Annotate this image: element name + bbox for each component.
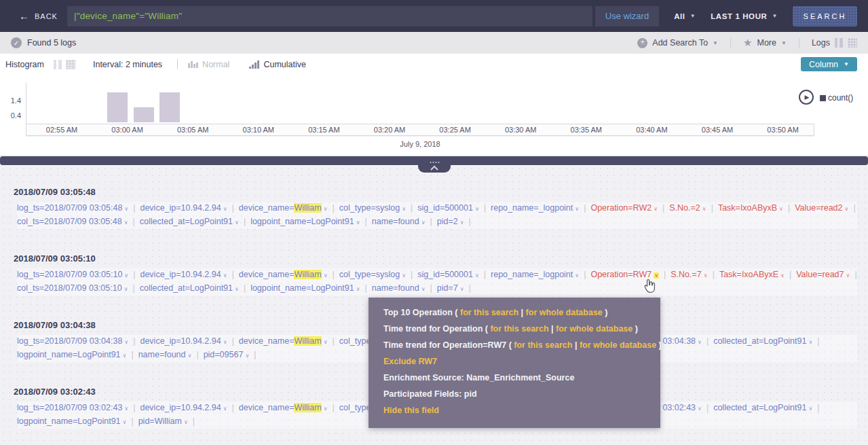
field-dropdown-chevron[interactable]: ∨ — [223, 406, 227, 412]
field-dropdown-chevron[interactable]: ∨ — [575, 206, 579, 212]
log-field[interactable]: pid=2∨ — [437, 217, 464, 226]
field-dropdown-chevron[interactable]: ∨ — [475, 206, 479, 212]
add-search-to-button[interactable]: + Add Search To ▼ — [637, 38, 718, 48]
use-wizard-link[interactable]: Use wizard — [595, 6, 659, 26]
grid-view-icon[interactable] — [848, 38, 857, 48]
log-field[interactable]: collected_at=LogPoint91∨ — [713, 336, 812, 346]
back-button[interactable]: ← BACK — [0, 11, 67, 21]
field-dropdown-chevron[interactable]: ∨ — [324, 272, 328, 279]
log-field[interactable]: logpoint_name=LogPoint91∨ — [17, 416, 126, 426]
log-field[interactable]: repo_name=_logpoint∨ — [491, 270, 579, 279]
log-field[interactable]: collected_at=LogPoint91∨ — [140, 217, 239, 226]
log-field[interactable]: logpoint_name=LogPoint91∨ — [250, 283, 360, 293]
field-dropdown-chevron[interactable]: ∨ — [845, 206, 849, 212]
log-field[interactable]: device_ip=10.94.2.94∨ — [140, 336, 227, 346]
context-menu-item[interactable]: Enrichment Source: Name_Enrichment_Sourc… — [383, 370, 660, 386]
field-dropdown-chevron[interactable]: ∨ — [808, 339, 812, 345]
log-field[interactable]: name=found∨ — [372, 217, 426, 226]
field-dropdown-chevron[interactable]: ∨ — [324, 406, 328, 412]
log-field[interactable]: Operation=RW7∨ — [590, 270, 659, 279]
log-field[interactable]: S.No.=2∨ — [669, 203, 706, 213]
log-field[interactable]: device_ip=10.94.2.94∨ — [140, 203, 227, 213]
field-dropdown-chevron[interactable]: ∨ — [654, 272, 659, 279]
field-dropdown-chevron[interactable]: ∨ — [223, 339, 227, 345]
log-field[interactable]: pid=7∨ — [437, 283, 464, 293]
play-button[interactable]: ▶ — [799, 90, 814, 105]
log-field[interactable]: Task=IxoAByxE∨ — [719, 270, 785, 279]
log-field[interactable]: sig_id=500001∨ — [417, 270, 479, 279]
log-field[interactable]: device_name=William∨ — [239, 270, 328, 279]
field-dropdown-chevron[interactable]: ∨ — [475, 272, 479, 279]
field-dropdown-chevron[interactable]: ∨ — [460, 286, 464, 292]
field-dropdown-chevron[interactable]: ∨ — [124, 286, 128, 292]
log-field[interactable]: device_ip=10.94.2.94∨ — [140, 270, 227, 279]
chart-type-grid-icon[interactable] — [66, 60, 75, 69]
log-field[interactable]: Value=read2∨ — [795, 203, 848, 213]
context-menu-item[interactable]: Top 10 Operation ( for this search | for… — [383, 304, 660, 321]
field-dropdown-chevron[interactable]: ∨ — [324, 206, 328, 212]
field-dropdown-chevron[interactable]: ∨ — [779, 206, 783, 212]
field-dropdown-chevron[interactable]: ∨ — [124, 406, 128, 412]
log-field[interactable]: device_name=William∨ — [239, 203, 328, 213]
log-field[interactable]: repo_name=_logpoint∨ — [491, 203, 579, 213]
log-field[interactable]: device_name=William∨ — [239, 336, 328, 346]
field-dropdown-chevron[interactable]: ∨ — [402, 206, 406, 212]
field-dropdown-chevron[interactable]: ∨ — [704, 272, 708, 279]
field-dropdown-chevron[interactable]: ∨ — [124, 206, 128, 212]
log-field[interactable]: col_ts=2018/07/09 03:05:48∨ — [17, 217, 128, 226]
field-dropdown-chevron[interactable]: ∨ — [235, 219, 239, 226]
field-dropdown-chevron[interactable]: ∨ — [421, 286, 426, 292]
field-dropdown-chevron[interactable]: ∨ — [846, 272, 850, 279]
log-field[interactable]: collected_at=LogPoint91∨ — [140, 283, 239, 293]
time-range-dropdown[interactable]: LAST 1 HOUR ▼ — [711, 12, 778, 20]
histogram-bar[interactable] — [107, 92, 128, 122]
context-menu-item[interactable]: Hide this field — [383, 402, 660, 419]
log-field[interactable]: Value=read7∨ — [796, 270, 850, 279]
field-dropdown-chevron[interactable]: ∨ — [235, 286, 239, 292]
log-field[interactable]: sig_id=500001∨ — [417, 203, 479, 213]
log-field[interactable]: log_ts=2018/07/09 03:05:10∨ — [17, 270, 128, 279]
log-field[interactable]: log_ts=2018/07/09 03:02:43∨ — [17, 403, 128, 412]
field-dropdown-chevron[interactable]: ∨ — [124, 339, 128, 345]
field-dropdown-chevron[interactable]: ∨ — [460, 219, 464, 226]
log-field[interactable]: pid=William∨ — [138, 416, 188, 426]
field-dropdown-chevron[interactable]: ∨ — [184, 419, 188, 425]
context-menu-link[interactable]: for this search — [514, 340, 572, 350]
field-dropdown-chevron[interactable]: ∨ — [575, 272, 579, 279]
histogram-bar[interactable] — [134, 107, 154, 122]
cumulative-toggle[interactable]: Cumulative — [248, 60, 306, 69]
log-field[interactable]: device_ip=10.94.2.94∨ — [140, 403, 227, 412]
log-field[interactable]: col_type=syslog∨ — [339, 203, 406, 213]
field-dropdown-chevron[interactable]: ∨ — [421, 219, 426, 226]
search-button[interactable]: SEARCH — [793, 6, 857, 26]
log-field[interactable]: Operation=RW2∨ — [590, 203, 658, 213]
log-field[interactable]: col_type=syslog∨ — [339, 270, 406, 279]
field-dropdown-chevron[interactable]: ∨ — [402, 272, 406, 279]
column-dropdown-button[interactable]: Column ▼ — [801, 57, 857, 71]
context-menu-link[interactable]: for whole database — [526, 308, 603, 317]
log-field[interactable]: S.No.=7∨ — [671, 270, 707, 279]
more-button[interactable]: ★ More ▼ — [743, 37, 787, 49]
collapse-histogram-button[interactable] — [418, 159, 451, 173]
context-menu-item[interactable]: Time trend for Operation ( for this sear… — [383, 321, 660, 337]
context-menu-link[interactable]: Exclude RW7 — [383, 357, 437, 366]
field-dropdown-chevron[interactable]: ∨ — [780, 272, 785, 279]
normal-toggle[interactable]: Normal — [187, 60, 229, 69]
field-dropdown-chevron[interactable]: ∨ — [654, 206, 658, 212]
field-dropdown-chevron[interactable]: ∨ — [123, 353, 127, 359]
field-dropdown-chevron[interactable]: ∨ — [356, 219, 360, 226]
log-field[interactable]: pid=09567∨ — [204, 350, 250, 359]
context-menu-link[interactable]: Hide this field — [383, 406, 439, 415]
field-dropdown-chevron[interactable]: ∨ — [124, 272, 128, 279]
search-query-input[interactable]: |"device_name"="William" — [67, 6, 592, 26]
column-view-icon[interactable] — [835, 38, 843, 48]
log-field[interactable]: Task=IxoAByxB∨ — [718, 203, 783, 213]
log-field[interactable]: logpoint_name=LogPoint91∨ — [250, 217, 360, 226]
log-field[interactable]: logpoint_name=LogPoint91∨ — [17, 350, 126, 359]
field-dropdown-chevron[interactable]: ∨ — [123, 419, 127, 425]
log-field[interactable]: device_name=William∨ — [239, 403, 328, 412]
context-menu-link[interactable]: for this search — [460, 308, 518, 317]
context-menu-item[interactable]: Time trend for Operation=RW7 ( for this … — [383, 337, 660, 353]
context-menu-link[interactable]: for whole database — [556, 324, 633, 334]
field-dropdown-chevron[interactable]: ∨ — [223, 206, 227, 212]
